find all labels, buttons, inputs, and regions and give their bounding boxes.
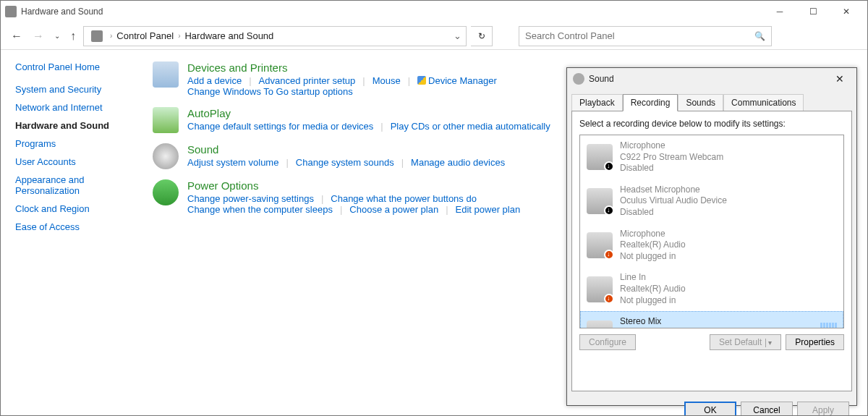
sidebar-item[interactable]: Clock and Region: [15, 203, 131, 214]
device-icon: [587, 232, 613, 258]
category-link[interactable]: Change default settings for media or dev…: [187, 121, 373, 132]
category-link[interactable]: Advanced printer setup: [259, 75, 356, 86]
sound-hint: Select a recording device below to modif…: [579, 119, 844, 129]
device-icon: [587, 144, 613, 170]
device-sub: Oculus Virtual Audio Device: [620, 195, 727, 207]
refresh-button[interactable]: ↻: [471, 26, 493, 46]
category-link[interactable]: Change system sounds: [296, 157, 394, 168]
search-icon[interactable]: 🔍: [754, 31, 765, 41]
sidebar-item[interactable]: System and Security: [15, 84, 131, 95]
category-title[interactable]: AutoPlay: [187, 107, 550, 119]
level-meter: [820, 323, 837, 328]
sidebar-home[interactable]: Control Panel Home: [15, 61, 131, 72]
breadcrumb-current[interactable]: Hardware and Sound: [184, 30, 273, 41]
set-default-button[interactable]: Set Default: [710, 334, 781, 350]
category-link[interactable]: Edit power plan: [456, 204, 521, 215]
device-name: Microphone: [620, 140, 723, 152]
sidebar: Control Panel Home System and SecurityNe…: [1, 50, 145, 415]
device-icon: [587, 188, 613, 214]
device-status: Not plugged in: [620, 295, 686, 307]
device-item[interactable]: Headset MicrophoneOculus Virtual Audio D…: [580, 179, 843, 224]
sound-tab[interactable]: Recording: [623, 94, 678, 111]
apply-button[interactable]: Apply: [797, 402, 849, 416]
device-sub: Realtek(R) Audio: [620, 239, 686, 251]
minimize-button[interactable]: ─: [763, 1, 796, 22]
category-icon: [153, 143, 179, 169]
sound-dialog-footer: OK Cancel Apply: [567, 396, 856, 416]
status-overlay-icon: [604, 250, 614, 260]
sidebar-item[interactable]: Ease of Access: [15, 221, 131, 232]
category-link[interactable]: Add a device: [187, 75, 242, 86]
category-link[interactable]: Change Windows To Go startup options: [187, 86, 353, 97]
forward-button[interactable]: →: [30, 28, 47, 44]
device-sub: C922 Pro Stream Webcam: [620, 152, 723, 164]
sidebar-item[interactable]: User Accounts: [15, 156, 131, 167]
speaker-icon: [573, 73, 584, 85]
status-overlay-icon: [604, 294, 614, 304]
toolbar: ← → ⌄ ↑ › Control Panel › Hardware and S…: [1, 22, 867, 50]
search-box[interactable]: 🔍: [519, 26, 772, 46]
device-item[interactable]: MicrophoneC922 Pro Stream WebcamDisabled: [580, 135, 843, 179]
sidebar-item[interactable]: Hardware and Sound: [15, 120, 131, 131]
maximize-button[interactable]: ☐: [796, 1, 830, 22]
shield-icon: [417, 76, 426, 85]
window-icon: [5, 6, 17, 17]
sound-dialog-close[interactable]: ✕: [829, 73, 851, 85]
category-icon: [153, 61, 179, 88]
category-link[interactable]: Change power-saving settings: [187, 193, 314, 204]
category-link[interactable]: Change what the power buttons do: [331, 193, 477, 204]
category-title[interactable]: Sound: [187, 143, 505, 156]
category-icon: [153, 179, 179, 205]
device-list[interactable]: MicrophoneC922 Pro Stream WebcamDisabled…: [579, 135, 844, 328]
device-status: Not plugged in: [620, 251, 686, 263]
sound-dialog-title: Sound: [589, 74, 614, 84]
device-name: Line In: [620, 272, 686, 284]
sidebar-item[interactable]: Programs: [15, 138, 131, 149]
sidebar-item[interactable]: Appearance and Personalization: [15, 174, 131, 196]
search-input[interactable]: [525, 30, 754, 41]
up-button[interactable]: ↑: [67, 28, 79, 44]
chevron-right-icon: ›: [178, 32, 180, 40]
status-overlay-icon: [604, 161, 614, 171]
back-button[interactable]: ←: [8, 28, 25, 44]
category-link[interactable]: Adjust system volume: [187, 157, 278, 168]
device-item[interactable]: MicrophoneRealtek(R) AudioNot plugged in: [580, 224, 843, 268]
device-name: Stereo Mix: [620, 316, 686, 328]
address-dropdown-icon[interactable]: ⌄: [454, 30, 461, 41]
close-button[interactable]: ✕: [830, 1, 863, 22]
device-sub: Realtek(R) Audio: [620, 328, 686, 328]
category-icon: [153, 107, 179, 133]
sound-tab[interactable]: Sounds: [678, 94, 723, 111]
recent-button[interactable]: ⌄: [51, 30, 63, 41]
device-icon: [587, 321, 613, 328]
device-item[interactable]: Stereo MixRealtek(R) AudioDefault Device: [580, 311, 843, 328]
status-overlay-icon: [604, 205, 614, 216]
category-link[interactable]: Mouse: [373, 75, 401, 86]
sound-tab[interactable]: Playback: [571, 94, 623, 111]
sound-tabpanel: Select a recording device below to modif…: [571, 111, 852, 391]
address-icon: [91, 30, 103, 42]
category-link[interactable]: Play CDs or other media automatically: [391, 121, 550, 132]
device-item[interactable]: Line InRealtek(R) AudioNot plugged in: [580, 267, 843, 311]
sidebar-item[interactable]: Network and Internet: [15, 102, 131, 113]
cancel-button[interactable]: Cancel: [741, 402, 793, 416]
device-name: Microphone: [620, 229, 686, 240]
breadcrumb-root[interactable]: Control Panel: [116, 30, 174, 41]
window-title: Hardware and Sound: [21, 7, 763, 17]
category-link[interactable]: Choose a power plan: [349, 204, 438, 215]
sound-dialog-titlebar: Sound ✕: [567, 68, 856, 90]
address-bar[interactable]: › Control Panel › Hardware and Sound ⌄: [83, 26, 467, 46]
category-link[interactable]: Change when the computer sleeps: [187, 204, 333, 215]
configure-button[interactable]: Configure: [579, 334, 636, 350]
sound-tabs: PlaybackRecordingSoundsCommunications: [567, 90, 856, 111]
window-titlebar: Hardware and Sound ─ ☐ ✕: [1, 1, 867, 22]
ok-button[interactable]: OK: [684, 402, 736, 416]
properties-button[interactable]: Properties: [786, 334, 844, 350]
category-link[interactable]: Manage audio devices: [411, 157, 505, 168]
device-icon: [587, 276, 613, 302]
chevron-right-icon: ›: [110, 32, 112, 40]
sound-tab[interactable]: Communications: [723, 94, 804, 111]
device-name: Headset Microphone: [620, 184, 727, 196]
category-link[interactable]: Device Manager: [417, 75, 497, 86]
sound-dialog: Sound ✕ PlaybackRecordingSoundsCommunica…: [566, 67, 857, 406]
